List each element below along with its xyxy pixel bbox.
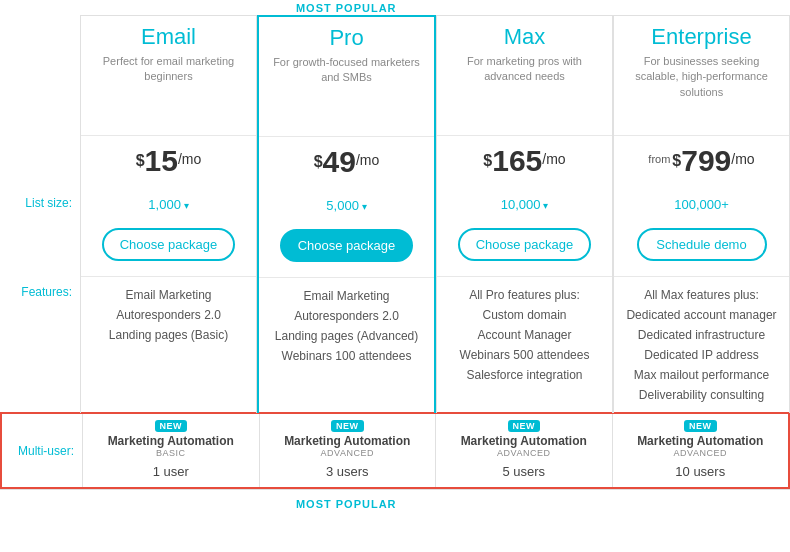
pro-plan-name: Pro (329, 25, 363, 51)
max-dollar: $ (483, 153, 492, 169)
enterprise-listsize-area: 100,000+ (674, 186, 729, 222)
pro-choose-btn[interactable]: Choose package (280, 229, 414, 262)
ent-f4: Dedicated IP address (620, 345, 783, 365)
enterprise-plan-name: Enterprise (651, 24, 751, 50)
email-f3: Landing pages (Basic) (87, 325, 250, 345)
max-listsize[interactable]: 10,000 (501, 197, 549, 212)
enterprise-dollar: $ (672, 153, 681, 169)
multiuser-label: Multi-user: (18, 444, 74, 458)
pricing-table: List size: Features: Email Perfect for e… (0, 15, 790, 413)
pro-multiuser: NEW Marketing Automation ADVANCED 3 user… (259, 414, 436, 487)
max-f1: All Pro features plus: (443, 285, 606, 305)
pro-new-badge: NEW (331, 420, 364, 432)
features-label: Features: (0, 275, 80, 405)
max-btn-area: Choose package (458, 222, 592, 276)
pro-listsize-area: 5,000 (326, 187, 366, 223)
enterprise-choose-btn[interactable]: Schedule demo (637, 228, 767, 261)
ent-users: 10 users (675, 464, 725, 479)
pro-dollar: $ (314, 154, 323, 170)
max-f2: Custom domain (443, 305, 606, 325)
max-ma-title: Marketing Automation (461, 434, 587, 448)
pro-amount: 49 (323, 147, 356, 177)
pro-btn-area: Choose package (280, 223, 414, 277)
ent-f6: Deliverability consulting (620, 385, 783, 405)
multiuser-section: Multi-user: NEW Marketing Automation BAS… (0, 412, 790, 489)
max-ma-tier: ADVANCED (497, 448, 550, 458)
pro-f3: Landing pages (Advanced) (265, 326, 428, 346)
pro-plan-desc: For growth-focused marketers and SMBs (267, 55, 426, 86)
email-features: Email Marketing Autoresponders 2.0 Landi… (81, 276, 256, 413)
plans-grid: Email Perfect for email marketing beginn… (80, 15, 790, 413)
email-btn-area: Choose package (102, 222, 236, 276)
ent-new-badge: NEW (684, 420, 717, 432)
email-plan-name: Email (141, 24, 196, 50)
max-users: 5 users (502, 464, 545, 479)
page-container: MOST POPULAR List size: Features: Email (0, 0, 790, 517)
enterprise-mo: /mo (731, 151, 754, 167)
enterprise-multiuser: NEW Marketing Automation ADVANCED 10 use… (612, 414, 789, 487)
enterprise-from: from (648, 153, 670, 165)
email-ma-title: Marketing Automation (108, 434, 234, 448)
plan-email: Email Perfect for email marketing beginn… (80, 15, 257, 413)
email-dollar: $ (136, 153, 145, 169)
max-multiuser: NEW Marketing Automation ADVANCED 5 user… (435, 414, 612, 487)
max-header: Max For marketing pros with advanced nee… (437, 16, 612, 136)
max-price-area: $ 165 /mo (483, 136, 565, 186)
label-column: List size: Features: (0, 15, 80, 413)
email-f1: Email Marketing (87, 285, 250, 305)
email-users: 1 user (153, 464, 189, 479)
ent-ma-title: Marketing Automation (637, 434, 763, 448)
top-most-popular-banner: MOST POPULAR (0, 0, 790, 15)
list-size-label: List size: (0, 185, 80, 221)
enterprise-header: Enterprise For businesses seeking scalab… (614, 16, 789, 136)
pro-f2: Autoresponders 2.0 (265, 306, 428, 326)
max-f4: Webinars 500 attendees (443, 345, 606, 365)
email-listsize[interactable]: 1,000 (148, 197, 188, 212)
pro-mo: /mo (356, 152, 379, 168)
pro-price-area: $ 49 /mo (314, 137, 380, 187)
email-new-badge: NEW (155, 420, 188, 432)
email-mo: /mo (178, 151, 201, 167)
max-amount: 165 (492, 146, 542, 176)
enterprise-features: All Max features plus: Dedicated account… (614, 276, 789, 413)
pro-users: 3 users (326, 464, 369, 479)
max-new-badge: NEW (508, 420, 541, 432)
bottom-popular-label: MOST POPULAR (296, 492, 397, 512)
ent-f3: Dedicated infrastructure (620, 325, 783, 345)
ent-f2: Dedicated account manager (620, 305, 783, 325)
email-f2: Autoresponders 2.0 (87, 305, 250, 325)
ent-f5: Max mailout performance (620, 365, 783, 385)
max-listsize-area: 10,000 (501, 186, 549, 222)
email-plan-desc: Perfect for email marketing beginners (89, 54, 248, 85)
enterprise-amount: 799 (681, 146, 731, 176)
pro-f1: Email Marketing (265, 286, 428, 306)
pro-header: Pro For growth-focused marketers and SMB… (259, 17, 434, 137)
max-features: All Pro features plus: Custom domain Acc… (437, 276, 612, 413)
pro-ma-title: Marketing Automation (284, 434, 410, 448)
ent-ma-tier: ADVANCED (674, 448, 727, 458)
email-amount: 15 (145, 146, 178, 176)
email-multiuser: NEW Marketing Automation BASIC 1 user (82, 414, 259, 487)
max-f5: Salesforce integration (443, 365, 606, 385)
max-mo: /mo (542, 151, 565, 167)
plan-enterprise: Enterprise For businesses seeking scalab… (613, 15, 790, 413)
plan-max: Max For marketing pros with advanced nee… (436, 15, 613, 413)
pro-listsize[interactable]: 5,000 (326, 198, 366, 213)
email-price-area: $ 15 /mo (136, 136, 202, 186)
plan-pro: Pro For growth-focused marketers and SMB… (257, 15, 436, 413)
max-choose-btn[interactable]: Choose package (458, 228, 592, 261)
top-popular-label: MOST POPULAR (296, 0, 397, 16)
ent-f1: All Max features plus: (620, 285, 783, 305)
pro-ma-tier: ADVANCED (321, 448, 374, 458)
email-header: Email Perfect for email marketing beginn… (81, 16, 256, 136)
enterprise-plan-desc: For businesses seeking scalable, high-pe… (622, 54, 781, 100)
email-choose-btn[interactable]: Choose package (102, 228, 236, 261)
enterprise-price-area: from $ 799 /mo (648, 136, 754, 186)
max-plan-desc: For marketing pros with advanced needs (445, 54, 604, 85)
multiuser-label-col: Multi-user: (2, 414, 82, 487)
email-ma-tier: BASIC (156, 448, 186, 458)
enterprise-listsize: 100,000+ (674, 197, 729, 212)
pro-f4: Webinars 100 attendees (265, 346, 428, 366)
max-plan-name: Max (504, 24, 546, 50)
pro-features: Email Marketing Autoresponders 2.0 Landi… (259, 277, 434, 413)
